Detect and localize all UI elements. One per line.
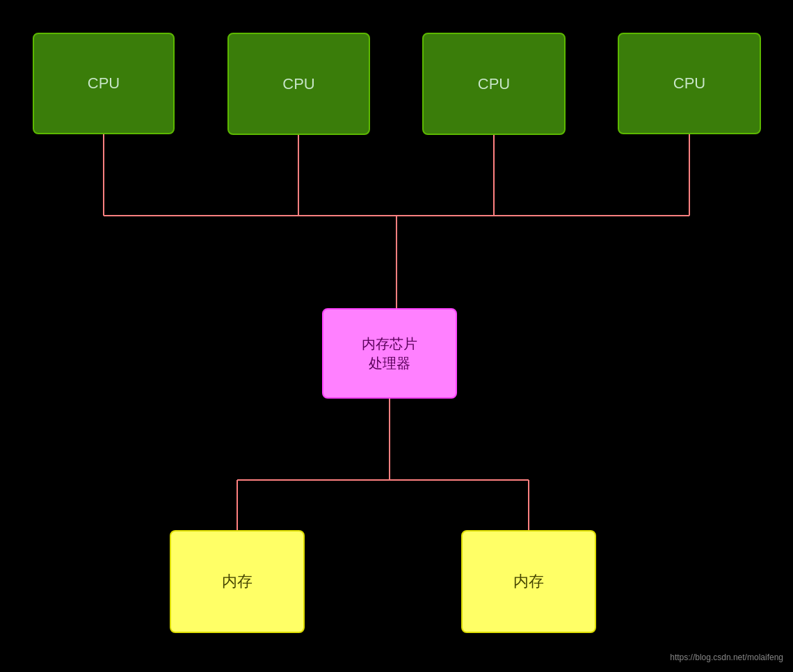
memory-label-1: 内存: [222, 571, 253, 592]
cpu-box-4: CPU: [618, 33, 761, 134]
chip-line2: 处理器: [362, 353, 417, 373]
chip-line1: 内存芯片: [362, 334, 417, 353]
memory-chip-label: 内存芯片 处理器: [362, 334, 417, 373]
memory-label-2: 内存: [513, 571, 544, 592]
cpu-box-1: CPU: [33, 33, 175, 134]
memory-chip-box: 内存芯片 处理器: [322, 308, 457, 399]
watermark: https://blog.csdn.net/molaifeng: [670, 653, 783, 662]
cpu-box-2: CPU: [227, 33, 370, 135]
memory-box-2: 内存: [461, 530, 596, 633]
cpu-label-4: CPU: [673, 74, 705, 93]
diagram-container: CPU CPU CPU CPU 内存芯片 处理器 内存 内存 https://b…: [0, 0, 793, 672]
cpu-label-2: CPU: [282, 75, 314, 93]
cpu-label-1: CPU: [88, 74, 120, 93]
cpu-box-3: CPU: [422, 33, 566, 135]
cpu-label-3: CPU: [478, 75, 510, 93]
memory-box-1: 内存: [170, 530, 305, 633]
